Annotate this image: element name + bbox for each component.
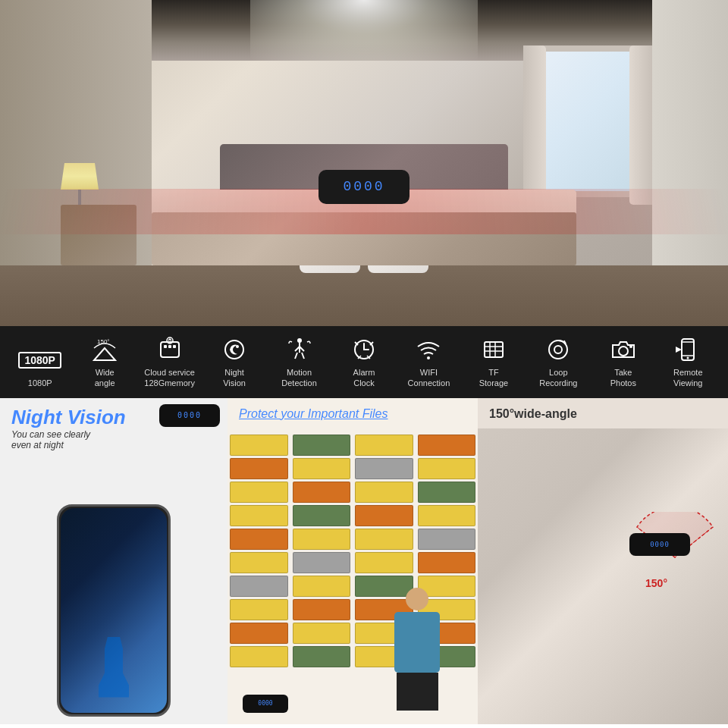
feature-wide-angle: 150° Wideangle bbox=[73, 335, 137, 389]
alarm-clock-icon bbox=[350, 335, 378, 364]
drawer bbox=[293, 529, 351, 550]
feature-take-photos: TakePhotos bbox=[591, 335, 655, 389]
drawer bbox=[293, 623, 351, 644]
phone-screen bbox=[61, 508, 167, 713]
wide-device-display: 0000 bbox=[650, 541, 670, 548]
panel-night-vision: Night Vision You can see clearlyeven at … bbox=[0, 398, 228, 724]
drawer bbox=[355, 505, 413, 526]
phone-mockup bbox=[57, 504, 171, 717]
small-alarm-device: 0000 bbox=[243, 695, 288, 713]
night-device-display: 0000 bbox=[177, 411, 202, 419]
bedroom-hero-image: 0000 bbox=[0, 0, 728, 326]
remote-viewing-icon bbox=[674, 335, 701, 364]
drawer bbox=[293, 435, 351, 456]
woman-head bbox=[406, 588, 428, 610]
drawer bbox=[418, 482, 476, 503]
feature-remote-viewing: RemoteViewing bbox=[656, 335, 720, 389]
drawer bbox=[230, 599, 288, 620]
drawer bbox=[230, 623, 288, 644]
drawer bbox=[355, 529, 413, 550]
drawer bbox=[230, 458, 288, 479]
tf-storage-icon bbox=[480, 335, 507, 364]
feature-alarm-clock: AlarmClock bbox=[331, 335, 396, 389]
drawer bbox=[293, 552, 351, 573]
alarm-clock-device-hero: 0000 bbox=[318, 170, 410, 204]
drawer bbox=[293, 576, 351, 597]
panel-wide-angle: 150°wide-angle 150° 0000 bbox=[478, 398, 728, 724]
svg-point-6 bbox=[225, 340, 243, 359]
svg-point-7 bbox=[236, 345, 239, 348]
wide-angle-device: 0000 bbox=[629, 533, 690, 556]
drawer bbox=[293, 646, 351, 667]
drawer bbox=[355, 435, 413, 456]
drawer bbox=[418, 529, 476, 550]
drawer bbox=[355, 482, 413, 503]
clock-display-hero: 0000 bbox=[343, 179, 384, 194]
svg-rect-1 bbox=[161, 342, 179, 357]
svg-rect-4 bbox=[173, 345, 176, 348]
drawer bbox=[418, 505, 476, 526]
wide-angle-icon: 150° bbox=[91, 335, 118, 364]
drawer bbox=[230, 482, 288, 503]
drawer bbox=[293, 482, 351, 503]
svg-point-23 bbox=[687, 357, 689, 359]
svg-point-19 bbox=[629, 345, 632, 348]
resolution-badge: 1080P bbox=[18, 352, 61, 369]
feature-tf-storage: TFStorage bbox=[461, 335, 526, 389]
feature-motion-label: MotionDetection bbox=[281, 367, 316, 389]
cabinet-col-1 bbox=[228, 432, 290, 724]
loop-recording-icon bbox=[544, 335, 572, 364]
drawer bbox=[230, 435, 288, 456]
svg-rect-11 bbox=[485, 342, 503, 357]
svg-rect-2 bbox=[164, 345, 167, 348]
drawer bbox=[293, 458, 351, 479]
feature-alarm-label: AlarmClock bbox=[353, 367, 375, 389]
camera-icon bbox=[610, 335, 637, 364]
drawer bbox=[355, 552, 413, 573]
wide-angle-title: 150°wide-angle bbox=[489, 407, 577, 421]
feature-loop-label: LoopRecording bbox=[539, 367, 577, 389]
svg-rect-3 bbox=[168, 345, 171, 348]
feature-remote-label: RemoteViewing bbox=[673, 367, 703, 389]
ceiling-glow bbox=[250, 0, 478, 61]
drawer bbox=[230, 552, 288, 573]
floor bbox=[0, 265, 728, 326]
small-device-display: 0000 bbox=[258, 700, 272, 707]
wide-angle-arc bbox=[629, 512, 720, 603]
feature-bar: 1080P 1080P 150° Wideangle Cloud se bbox=[0, 326, 728, 398]
feature-1080p-label: 1080P bbox=[28, 378, 52, 388]
feature-tf-label: TFStorage bbox=[479, 367, 509, 389]
resolution-icon: 1080P bbox=[18, 346, 61, 375]
feature-wide-angle-label: Wideangle bbox=[95, 367, 115, 389]
bottom-panels: Night Vision You can see clearlyeven at … bbox=[0, 398, 728, 724]
protect-files-title: Protect your Important Files bbox=[239, 407, 388, 421]
wifi-icon bbox=[415, 335, 442, 364]
cabinet-col-2 bbox=[290, 432, 353, 724]
svg-point-17 bbox=[554, 346, 562, 353]
drawer bbox=[355, 458, 413, 479]
drawer bbox=[418, 458, 476, 479]
drawer bbox=[230, 505, 288, 526]
night-vision-device: 0000 bbox=[159, 404, 220, 427]
drawer bbox=[230, 576, 288, 597]
svg-point-18 bbox=[619, 347, 628, 356]
feature-night-vision: NightVision bbox=[202, 335, 267, 389]
motion-detection-icon bbox=[286, 335, 313, 364]
feature-cloud-label: Cloud service128Gmemory bbox=[144, 367, 195, 389]
feature-wifi: WIFIConnection bbox=[397, 335, 461, 389]
degree-label: 150° bbox=[645, 577, 667, 589]
night-vision-header: Night Vision You can see clearlyeven at … bbox=[11, 406, 126, 450]
feature-night-label: NightVision bbox=[223, 367, 246, 389]
feature-cloud: Cloud service128Gmemory bbox=[137, 335, 202, 389]
woman-body bbox=[394, 612, 440, 673]
drawer bbox=[293, 505, 351, 526]
drawer bbox=[230, 529, 288, 550]
lamp-shade bbox=[61, 163, 99, 190]
feature-loop-recording: LoopRecording bbox=[526, 335, 591, 389]
feature-motion: MotionDetection bbox=[267, 335, 331, 389]
cloud-icon bbox=[156, 335, 184, 364]
drawer bbox=[230, 646, 288, 667]
night-vision-icon bbox=[221, 335, 248, 364]
drawer bbox=[418, 435, 476, 456]
panel-protect-files: Protect your Important Files bbox=[228, 398, 478, 724]
